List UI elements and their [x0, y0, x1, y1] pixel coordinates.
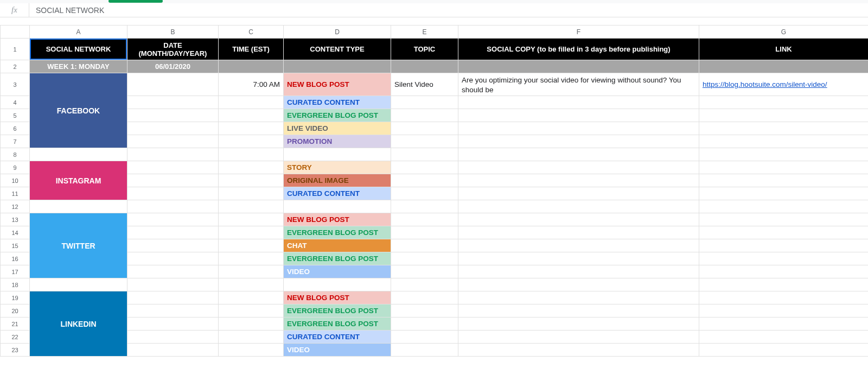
- cell[interactable]: [699, 331, 869, 344]
- row-header-7[interactable]: 7: [1, 135, 30, 148]
- link-anchor[interactable]: https://blog.hootsuite.com/silent-video/: [703, 80, 827, 88]
- network-instagram[interactable]: INSTAGRAM: [30, 161, 127, 200]
- col-header-D[interactable]: D: [284, 26, 391, 39]
- spreadsheet-grid[interactable]: A B C D E F G 1 SOCIAL NETWORK DATE (MON…: [0, 25, 868, 357]
- cell[interactable]: [127, 252, 219, 265]
- cell[interactable]: [458, 200, 699, 213]
- col-header-B[interactable]: B: [127, 26, 219, 39]
- content-type-curated[interactable]: CURATED CONTENT: [284, 96, 391, 109]
- content-type-new-blog[interactable]: NEW BLOG POST: [284, 291, 391, 304]
- network-twitter[interactable]: TWITTER: [30, 213, 127, 278]
- content-type-new-blog[interactable]: NEW BLOG POST: [284, 213, 391, 226]
- cell[interactable]: [699, 265, 869, 278]
- select-all-corner[interactable]: [1, 26, 30, 39]
- cell[interactable]: [391, 318, 458, 331]
- cell[interactable]: [219, 148, 284, 161]
- col-header-C[interactable]: C: [219, 26, 284, 39]
- cell[interactable]: [219, 122, 284, 135]
- row-header-17[interactable]: 17: [1, 265, 30, 278]
- content-type-curated[interactable]: CURATED CONTENT: [284, 331, 391, 344]
- cell[interactable]: [219, 278, 284, 291]
- cell[interactable]: [219, 135, 284, 148]
- network-linkedin[interactable]: LINKEDIN: [30, 291, 127, 357]
- cell[interactable]: [391, 174, 458, 187]
- content-type-video[interactable]: VIDEO: [284, 265, 391, 278]
- row-header-23[interactable]: 23: [1, 344, 30, 357]
- cell[interactable]: [699, 174, 869, 187]
- cell[interactable]: [219, 252, 284, 265]
- cell[interactable]: [699, 109, 869, 122]
- cell[interactable]: [699, 213, 869, 226]
- cell[interactable]: [699, 96, 869, 109]
- cell[interactable]: [219, 226, 284, 239]
- cell[interactable]: [699, 122, 869, 135]
- content-type-evergreen[interactable]: EVERGREEN BLOG POST: [284, 109, 391, 122]
- cell[interactable]: [391, 226, 458, 239]
- content-type-evergreen[interactable]: EVERGREEN BLOG POST: [284, 252, 391, 265]
- cell[interactable]: [391, 96, 458, 109]
- row-header-13[interactable]: 13: [1, 213, 30, 226]
- cell-link[interactable]: https://blog.hootsuite.com/silent-video/: [699, 73, 869, 96]
- share-button[interactable]: [108, 0, 163, 3]
- cell[interactable]: [219, 331, 284, 344]
- cell[interactable]: [699, 135, 869, 148]
- content-type-story[interactable]: STORY: [284, 161, 391, 174]
- header-date[interactable]: DATE (MONTH/DAY/YEAR): [127, 39, 219, 60]
- formula-input[interactable]: [29, 3, 868, 17]
- content-type-curated[interactable]: CURATED CONTENT: [284, 187, 391, 200]
- cell[interactable]: [458, 291, 699, 304]
- cell[interactable]: [458, 252, 699, 265]
- col-header-G[interactable]: G: [699, 26, 869, 39]
- week-date[interactable]: 06/01/2020: [127, 60, 219, 73]
- cell[interactable]: [391, 291, 458, 304]
- cell[interactable]: [391, 187, 458, 200]
- row-header-6[interactable]: 6: [1, 122, 30, 135]
- content-type-video[interactable]: VIDEO: [284, 344, 391, 357]
- cell[interactable]: [391, 213, 458, 226]
- cell[interactable]: [699, 239, 869, 252]
- cell[interactable]: [127, 122, 219, 135]
- cell[interactable]: [391, 252, 458, 265]
- cell[interactable]: [127, 278, 219, 291]
- cell[interactable]: [391, 278, 458, 291]
- row-header-20[interactable]: 20: [1, 304, 30, 318]
- cell[interactable]: [458, 265, 699, 278]
- cell[interactable]: [127, 318, 219, 331]
- cell-time[interactable]: 7:00 AM: [219, 73, 284, 96]
- row-header-2[interactable]: 2: [1, 60, 30, 73]
- cell[interactable]: [219, 109, 284, 122]
- content-type-live-video[interactable]: LIVE VIDEO: [284, 122, 391, 135]
- cell[interactable]: [391, 304, 458, 318]
- cell[interactable]: [127, 174, 219, 187]
- cell[interactable]: [458, 304, 699, 318]
- cell[interactable]: [699, 278, 869, 291]
- cell[interactable]: [219, 200, 284, 213]
- cell[interactable]: [127, 148, 219, 161]
- cell[interactable]: [127, 239, 219, 252]
- row-header-19[interactable]: 19: [1, 291, 30, 304]
- cell[interactable]: [458, 96, 699, 109]
- row-header-4[interactable]: 4: [1, 96, 30, 109]
- network-facebook[interactable]: FACEBOOK: [30, 73, 127, 148]
- cell[interactable]: [391, 109, 458, 122]
- cell[interactable]: [458, 109, 699, 122]
- cell[interactable]: [30, 278, 127, 291]
- row-header-3[interactable]: 3: [1, 73, 30, 96]
- row-header-22[interactable]: 22: [1, 331, 30, 344]
- cell[interactable]: [391, 161, 458, 174]
- cell[interactable]: [699, 226, 869, 239]
- cell[interactable]: [391, 344, 458, 357]
- cell[interactable]: [391, 200, 458, 213]
- header-content-type[interactable]: CONTENT TYPE: [284, 39, 391, 60]
- cell[interactable]: [127, 265, 219, 278]
- cell[interactable]: [458, 174, 699, 187]
- cell[interactable]: [127, 291, 219, 304]
- cell[interactable]: [284, 200, 391, 213]
- cell[interactable]: [699, 161, 869, 174]
- cell[interactable]: [219, 213, 284, 226]
- cell[interactable]: [458, 148, 699, 161]
- cell[interactable]: [699, 148, 869, 161]
- row-header-14[interactable]: 14: [1, 226, 30, 239]
- col-header-E[interactable]: E: [391, 26, 458, 39]
- cell[interactable]: [458, 187, 699, 200]
